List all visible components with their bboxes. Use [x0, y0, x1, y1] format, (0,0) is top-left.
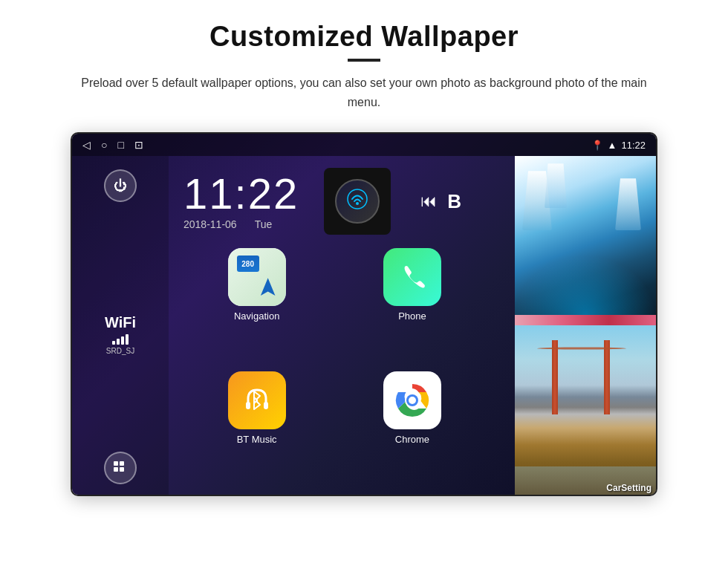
- wifi-bar-4: [126, 334, 129, 345]
- page-title: Customized Wallpaper: [209, 21, 519, 53]
- navigation-app-icon: 280: [228, 248, 286, 306]
- carsetting-label: CarSetting: [606, 483, 651, 493]
- clock-display: 11:22 2018-11-06 Tue: [183, 172, 299, 230]
- status-bar-left: ◁ ○ □ ⊡: [82, 139, 143, 151]
- recent-nav-icon: □: [117, 139, 123, 151]
- device-frame: ◁ ○ □ ⊡ 📍 ▲ 11:22 ⏻: [71, 132, 657, 496]
- apps-grid-icon: [112, 460, 129, 476]
- bluetooth-icon: [239, 383, 275, 418]
- phone-app-icon: [383, 248, 441, 306]
- svg-rect-2: [114, 467, 118, 472]
- app-item-chrome[interactable]: Chrome: [339, 371, 485, 486]
- home-nav-icon: ○: [101, 139, 107, 151]
- phone-label: Phone: [398, 310, 426, 322]
- chrome-label: Chrome: [395, 434, 429, 445]
- screen-body: ⏻ WiFi SRD_SJ: [72, 156, 656, 495]
- back-nav-icon: ◁: [82, 139, 91, 151]
- android-screen: ◁ ○ □ ⊡ 📍 ▲ 11:22 ⏻: [72, 134, 656, 495]
- bt-music-app-icon: [228, 371, 286, 429]
- sidebar: ⏻ WiFi SRD_SJ: [72, 156, 169, 495]
- app-item-navigation[interactable]: 280 Navigation: [183, 248, 330, 362]
- clock-day-value: Tue: [255, 218, 273, 230]
- svg-point-5: [356, 202, 359, 205]
- status-bar-right: 📍 ▲ 11:22: [591, 140, 646, 151]
- navigation-label: Navigation: [234, 310, 279, 322]
- screenshot-nav-icon: ⊡: [134, 139, 143, 151]
- chrome-app-icon: [383, 371, 441, 429]
- svg-rect-1: [120, 461, 124, 466]
- status-time: 11:22: [621, 140, 646, 151]
- bt-music-label: BT Music: [237, 434, 277, 445]
- clock-time: 11:22: [183, 172, 299, 215]
- svg-rect-3: [120, 467, 124, 472]
- svg-point-15: [409, 397, 416, 404]
- clock-date: 2018-11-06 Tue: [183, 218, 272, 230]
- location-icon: 📍: [591, 140, 603, 151]
- wifi-widget: WiFi SRD_SJ: [105, 314, 136, 355]
- wifi-bars: [112, 333, 129, 345]
- page-subtitle: Preload over 5 default wallpaper options…: [74, 74, 654, 111]
- title-divider: [348, 59, 380, 62]
- all-apps-button[interactable]: [104, 452, 137, 484]
- wallpaper-pink-strip: [515, 315, 656, 325]
- prev-track-icon[interactable]: ⏮: [420, 192, 437, 211]
- wallpaper-ice-cave[interactable]: [515, 156, 656, 315]
- media-controls: ⏮ B: [420, 190, 461, 213]
- media-wifi-icon: [346, 188, 368, 215]
- nav-sign: 280: [237, 256, 259, 272]
- wifi-bar-2: [117, 339, 120, 345]
- phone-icon: [394, 259, 430, 295]
- status-bar: ◁ ○ □ ⊡ 📍 ▲ 11:22: [72, 134, 656, 156]
- svg-rect-0: [114, 461, 118, 466]
- svg-rect-11: [264, 402, 268, 409]
- app-item-phone[interactable]: Phone: [339, 248, 485, 362]
- wallpaper-golden-gate[interactable]: CarSetting: [515, 325, 656, 496]
- sidebar-top: ⏻: [104, 169, 137, 202]
- wifi-bar-3: [121, 336, 124, 345]
- wallpaper-panel: CarSetting: [515, 156, 656, 496]
- wifi-bar-1: [112, 341, 115, 345]
- app-item-bt-music[interactable]: BT Music: [183, 371, 330, 486]
- media-icon: [335, 179, 380, 224]
- wifi-ssid: SRD_SJ: [106, 347, 134, 355]
- svg-rect-10: [246, 402, 250, 409]
- page-container: Customized Wallpaper Preload over 5 defa…: [0, 0, 728, 563]
- wifi-label: WiFi: [105, 314, 136, 331]
- power-button[interactable]: ⏻: [104, 169, 137, 202]
- signal-icon: ▲: [608, 140, 617, 151]
- next-track-label: B: [447, 190, 461, 213]
- clock-date-value: 2018-11-06: [183, 218, 237, 230]
- chrome-logo-icon: [392, 380, 432, 420]
- media-widget[interactable]: [324, 168, 391, 235]
- cast-icon: [346, 188, 368, 210]
